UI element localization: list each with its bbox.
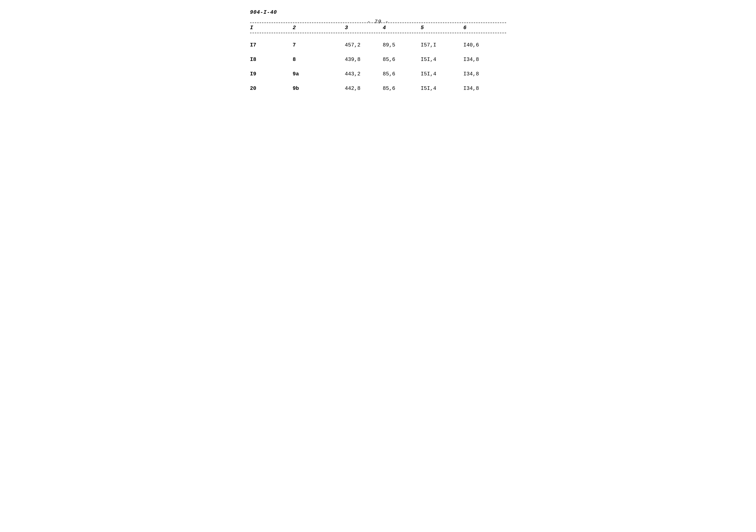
row2-col6: I34,8 <box>464 57 506 63</box>
row1-col1: I7 <box>250 42 293 48</box>
row1-col2: 7 <box>293 42 345 48</box>
row3-col6: I34,8 <box>464 71 506 77</box>
row4-col6: I34,8 <box>464 86 506 92</box>
page-number: - 79 - <box>367 19 389 25</box>
row1-col5: I57,I <box>421 42 464 48</box>
row3-col4: 85,6 <box>383 71 421 77</box>
row4-col2: 9b <box>293 86 345 92</box>
row2-col3: 439,8 <box>345 57 383 63</box>
row4-col4: 85,6 <box>383 86 421 92</box>
row4-col3: 442,8 <box>345 86 383 92</box>
col-header-2: 2 <box>293 25 345 31</box>
row2-col4: 85,6 <box>383 57 421 63</box>
row1-col6: I40,6 <box>464 42 506 48</box>
row4-col5: I5I,4 <box>421 86 464 92</box>
row3-col2: 9a <box>293 71 345 77</box>
col-header-1: I <box>250 25 293 31</box>
table-row: I8 8 439,8 85,6 I5I,4 I34,8 <box>250 52 506 67</box>
col-header-6: 6 <box>464 25 506 31</box>
row3-col1: I9 <box>250 71 293 77</box>
col-header-3: 3 <box>345 25 383 31</box>
table-row: I7 7 457,2 89,5 I57,I I40,6 <box>250 38 506 52</box>
row2-col5: I5I,4 <box>421 57 464 63</box>
doc-id: 904-I-40 <box>250 10 277 15</box>
row4-col1: 20 <box>250 86 293 92</box>
table-row: I9 9a 443,2 85,6 I5I,4 I34,8 <box>250 67 506 81</box>
row2-col1: I8 <box>250 57 293 63</box>
col-header-4: 4 <box>383 25 421 31</box>
row1-col4: 89,5 <box>383 42 421 48</box>
table-row: 20 9b 442,8 85,6 I5I,4 I34,8 <box>250 81 506 96</box>
row3-col5: I5I,4 <box>421 71 464 77</box>
row2-col2: 8 <box>293 57 345 63</box>
row3-col3: 443,2 <box>345 71 383 77</box>
col-header-5: 5 <box>421 25 464 31</box>
row1-col3: 457,2 <box>345 42 383 48</box>
data-table: I 2 3 4 5 6 I7 7 457,2 89,5 I57,I I40,6 … <box>250 22 506 96</box>
